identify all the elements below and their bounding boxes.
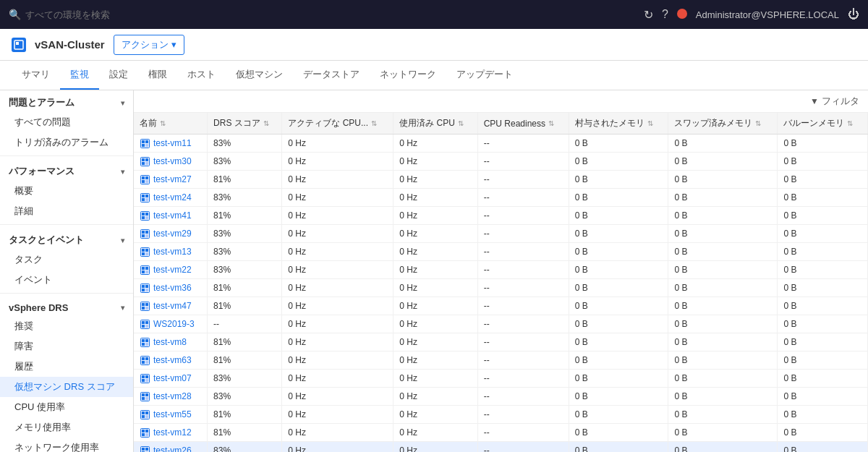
sidebar-item[interactable]: トリガ済みのアラーム (0, 132, 133, 153)
sidebar-item[interactable]: 履歴 (0, 357, 133, 377)
table-cell: 81% (208, 424, 282, 442)
search-input[interactable] (25, 9, 170, 20)
nav-tab-仮想マシン[interactable]: 仮想マシン (226, 61, 293, 90)
vm-link[interactable]: test-vm63 (140, 355, 201, 365)
svg-rect-38 (142, 267, 145, 270)
nav-tab-サマリ[interactable]: サマリ (12, 61, 60, 90)
table-cell: 81% (208, 297, 282, 315)
nav-tab-アップデート[interactable]: アップデート (446, 61, 523, 90)
sidebar-section-header[interactable]: vSphere DRS▾ (0, 297, 133, 316)
vm-link[interactable]: test-vm11 (140, 138, 201, 148)
chevron-icon: ▾ (121, 236, 124, 244)
table-cell: 0 B (668, 261, 778, 279)
sidebar-item[interactable]: ネットワーク使用率 (0, 438, 133, 452)
vm-link[interactable]: WS2019-3 (140, 319, 201, 329)
table-cell: 0 B (569, 135, 668, 153)
table-cell: 0 B (569, 171, 668, 189)
column-header-4[interactable]: CPU Readiness⇅ (477, 113, 569, 135)
sidebar-item[interactable]: メモリ使用率 (0, 417, 133, 438)
table-cell: 0 Hz (393, 351, 477, 370)
table-cell: 0 B (668, 370, 778, 388)
vm-name-cell: test-vm63 (134, 351, 208, 370)
vm-link[interactable]: test-vm8 (140, 337, 201, 347)
vm-name-cell: WS2019-3 (134, 315, 208, 333)
svg-rect-56 (145, 325, 148, 328)
table-cell: 0 B (668, 424, 778, 442)
svg-rect-74 (145, 393, 148, 396)
sidebar-item[interactable]: 仮想マシン DRS スコア (0, 377, 133, 397)
vm-link[interactable]: test-vm28 (140, 391, 201, 401)
sidebar-section-header[interactable]: パフォーマンス▾ (0, 159, 133, 181)
column-header-2[interactable]: アクティブな CPU...⇅ (282, 113, 393, 135)
sidebar-item[interactable]: CPU 使用率 (0, 397, 133, 417)
table-cell: 0 B (778, 351, 868, 370)
nav-tab-監視[interactable]: 監視 (60, 61, 99, 90)
action-button[interactable]: アクション ▾ (114, 35, 184, 55)
column-header-3[interactable]: 使用済み CPU⇅ (393, 113, 477, 135)
vm-link[interactable]: test-vm22 (140, 265, 201, 275)
nav-tab-ホスト[interactable]: ホスト (177, 61, 226, 90)
table-cell: 0 Hz (393, 135, 477, 153)
column-header-7[interactable]: バルーンメモリ⇅ (778, 113, 868, 135)
vm-icon (140, 319, 150, 329)
vm-icon (140, 391, 150, 401)
table-cell: 0 Hz (393, 406, 477, 424)
vm-link[interactable]: test-vm55 (140, 409, 201, 419)
sidebar-item[interactable]: 詳細 (0, 201, 133, 221)
search-area[interactable]: 🔍 (9, 9, 644, 20)
sidebar-item[interactable]: 推奨 (0, 316, 133, 336)
nav-tab-ネットワーク[interactable]: ネットワーク (370, 61, 446, 90)
sidebar-item[interactable]: イベント (0, 270, 133, 290)
column-header-1[interactable]: DRS スコア⇅ (208, 113, 282, 135)
table-row: test-vm26 83%0 Hz0 Hz--0 B0 B0 B (134, 442, 868, 453)
vm-link[interactable]: test-vm36 (140, 283, 201, 293)
column-header-5[interactable]: 村与されたメモリ⇅ (569, 113, 668, 135)
refresh-icon[interactable]: ↻ (644, 8, 653, 22)
table-row: test-vm12 81%0 Hz0 Hz--0 B0 B0 B (134, 424, 868, 442)
vm-link[interactable]: test-vm07 (140, 373, 201, 383)
column-header-0[interactable]: 名前⇅ (134, 113, 208, 135)
sort-icon: ⇅ (755, 119, 761, 127)
vm-name-cell: test-vm36 (134, 279, 208, 297)
svg-rect-66 (145, 361, 148, 364)
sidebar-item[interactable]: 概要 (0, 181, 133, 201)
user-menu[interactable]: Administrator@VSPHERE.LOCAL (696, 9, 839, 20)
sidebar-item[interactable]: すべての問題 (0, 112, 133, 132)
sidebar-item[interactable]: タスク (0, 250, 133, 270)
svg-rect-86 (145, 433, 148, 436)
table-cell: 83% (208, 388, 282, 406)
nav-tab-設定[interactable]: 設定 (99, 61, 138, 90)
nav-tab-データストア[interactable]: データストア (293, 61, 370, 90)
vm-link[interactable]: test-vm12 (140, 427, 201, 438)
vm-link[interactable]: test-vm27 (140, 174, 201, 184)
table-cell: 0 Hz (393, 225, 477, 243)
sidebar-section-header[interactable]: タスクとイベント▾ (0, 228, 133, 250)
svg-rect-76 (145, 397, 148, 400)
column-header-6[interactable]: スワップ済みメモリ⇅ (668, 113, 778, 135)
vm-link[interactable]: test-vm29 (140, 229, 201, 239)
table-row: test-vm27 81%0 Hz0 Hz--0 B0 B0 B (134, 171, 868, 189)
vm-link[interactable]: test-vm41 (140, 210, 201, 221)
table-cell: 0 B (668, 279, 778, 297)
sidebar-section-header[interactable]: 問題とアラーム▾ (0, 90, 133, 112)
vm-link[interactable]: test-vm26 (140, 445, 201, 452)
svg-rect-44 (145, 285, 148, 288)
filter-button[interactable]: ▼ フィルタ (810, 95, 859, 108)
vm-link[interactable]: test-vm47 (140, 301, 201, 311)
sidebar-item[interactable]: 障害 (0, 336, 133, 357)
svg-rect-13 (142, 176, 145, 179)
logout-icon[interactable]: ⏻ (848, 8, 859, 21)
svg-rect-78 (142, 412, 145, 414)
vm-link[interactable]: test-vm30 (140, 156, 201, 166)
table-cell: 81% (208, 207, 282, 225)
vm-link[interactable]: test-vm24 (140, 192, 201, 202)
svg-rect-35 (142, 252, 145, 255)
table-cell: 0 Hz (282, 261, 393, 279)
chevron-icon: ▾ (121, 304, 124, 312)
help-icon[interactable]: ? (662, 8, 668, 21)
table-cell: 0 B (569, 261, 668, 279)
nav-tab-権限[interactable]: 権限 (138, 61, 177, 90)
table-cell: 83% (208, 135, 282, 153)
vm-link[interactable]: test-vm13 (140, 247, 201, 257)
svg-rect-79 (145, 412, 148, 414)
